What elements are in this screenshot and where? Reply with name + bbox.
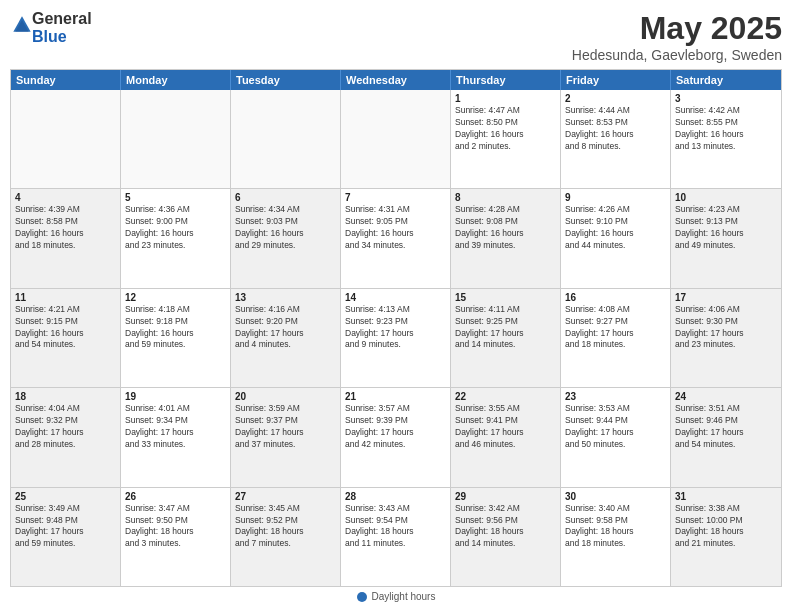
- day-cell: 8Sunrise: 4:28 AM Sunset: 9:08 PM Daylig…: [451, 189, 561, 287]
- day-cell: [121, 90, 231, 188]
- day-cell: 19Sunrise: 4:01 AM Sunset: 9:34 PM Dayli…: [121, 388, 231, 486]
- day-cell: 3Sunrise: 4:42 AM Sunset: 8:55 PM Daylig…: [671, 90, 781, 188]
- day-cell: [231, 90, 341, 188]
- day-info: Sunrise: 3:57 AM Sunset: 9:39 PM Dayligh…: [345, 403, 446, 451]
- day-info: Sunrise: 4:01 AM Sunset: 9:34 PM Dayligh…: [125, 403, 226, 451]
- day-number: 22: [455, 391, 556, 402]
- day-cell: 29Sunrise: 3:42 AM Sunset: 9:56 PM Dayli…: [451, 488, 561, 586]
- day-cell: 6Sunrise: 4:34 AM Sunset: 9:03 PM Daylig…: [231, 189, 341, 287]
- day-number: 19: [125, 391, 226, 402]
- day-info: Sunrise: 3:42 AM Sunset: 9:56 PM Dayligh…: [455, 503, 556, 551]
- day-number: 18: [15, 391, 116, 402]
- day-cell: 11Sunrise: 4:21 AM Sunset: 9:15 PM Dayli…: [11, 289, 121, 387]
- logo-general-text: General: [32, 10, 92, 28]
- day-cell: 4Sunrise: 4:39 AM Sunset: 8:58 PM Daylig…: [11, 189, 121, 287]
- day-number: 29: [455, 491, 556, 502]
- day-number: 8: [455, 192, 556, 203]
- day-info: Sunrise: 4:11 AM Sunset: 9:25 PM Dayligh…: [455, 304, 556, 352]
- day-headers: SundayMondayTuesdayWednesdayThursdayFrid…: [11, 70, 781, 90]
- day-number: 16: [565, 292, 666, 303]
- day-cell: 24Sunrise: 3:51 AM Sunset: 9:46 PM Dayli…: [671, 388, 781, 486]
- day-info: Sunrise: 3:59 AM Sunset: 9:37 PM Dayligh…: [235, 403, 336, 451]
- week-row-1: 1Sunrise: 4:47 AM Sunset: 8:50 PM Daylig…: [11, 90, 781, 189]
- day-number: 12: [125, 292, 226, 303]
- day-cell: [11, 90, 121, 188]
- day-info: Sunrise: 4:47 AM Sunset: 8:50 PM Dayligh…: [455, 105, 556, 153]
- calendar-subtitle: Hedesunda, Gaevleborg, Sweden: [572, 47, 782, 63]
- day-info: Sunrise: 4:21 AM Sunset: 9:15 PM Dayligh…: [15, 304, 116, 352]
- day-info: Sunrise: 3:49 AM Sunset: 9:48 PM Dayligh…: [15, 503, 116, 551]
- title-section: May 2025 Hedesunda, Gaevleborg, Sweden: [572, 10, 782, 63]
- logo-blue-text: Blue: [32, 28, 92, 46]
- calendar: SundayMondayTuesdayWednesdayThursdayFrid…: [10, 69, 782, 587]
- day-number: 13: [235, 292, 336, 303]
- day-cell: 27Sunrise: 3:45 AM Sunset: 9:52 PM Dayli…: [231, 488, 341, 586]
- day-info: Sunrise: 4:44 AM Sunset: 8:53 PM Dayligh…: [565, 105, 666, 153]
- day-info: Sunrise: 3:55 AM Sunset: 9:41 PM Dayligh…: [455, 403, 556, 451]
- week-row-4: 18Sunrise: 4:04 AM Sunset: 9:32 PM Dayli…: [11, 388, 781, 487]
- day-cell: 17Sunrise: 4:06 AM Sunset: 9:30 PM Dayli…: [671, 289, 781, 387]
- logo: General Blue: [10, 10, 92, 45]
- week-row-2: 4Sunrise: 4:39 AM Sunset: 8:58 PM Daylig…: [11, 189, 781, 288]
- day-cell: 9Sunrise: 4:26 AM Sunset: 9:10 PM Daylig…: [561, 189, 671, 287]
- day-cell: 20Sunrise: 3:59 AM Sunset: 9:37 PM Dayli…: [231, 388, 341, 486]
- page: General Blue May 2025 Hedesunda, Gaevleb…: [0, 0, 792, 612]
- day-number: 28: [345, 491, 446, 502]
- calendar-title: May 2025: [572, 10, 782, 47]
- week-row-3: 11Sunrise: 4:21 AM Sunset: 9:15 PM Dayli…: [11, 289, 781, 388]
- day-number: 20: [235, 391, 336, 402]
- day-info: Sunrise: 3:53 AM Sunset: 9:44 PM Dayligh…: [565, 403, 666, 451]
- day-cell: 5Sunrise: 4:36 AM Sunset: 9:00 PM Daylig…: [121, 189, 231, 287]
- day-cell: 15Sunrise: 4:11 AM Sunset: 9:25 PM Dayli…: [451, 289, 561, 387]
- day-header-monday: Monday: [121, 70, 231, 90]
- day-number: 6: [235, 192, 336, 203]
- day-cell: 14Sunrise: 4:13 AM Sunset: 9:23 PM Dayli…: [341, 289, 451, 387]
- day-number: 23: [565, 391, 666, 402]
- day-cell: 12Sunrise: 4:18 AM Sunset: 9:18 PM Dayli…: [121, 289, 231, 387]
- day-info: Sunrise: 4:28 AM Sunset: 9:08 PM Dayligh…: [455, 204, 556, 252]
- day-number: 24: [675, 391, 777, 402]
- day-info: Sunrise: 4:16 AM Sunset: 9:20 PM Dayligh…: [235, 304, 336, 352]
- day-info: Sunrise: 4:06 AM Sunset: 9:30 PM Dayligh…: [675, 304, 777, 352]
- day-cell: 1Sunrise: 4:47 AM Sunset: 8:50 PM Daylig…: [451, 90, 561, 188]
- day-info: Sunrise: 3:45 AM Sunset: 9:52 PM Dayligh…: [235, 503, 336, 551]
- day-cell: 26Sunrise: 3:47 AM Sunset: 9:50 PM Dayli…: [121, 488, 231, 586]
- day-header-saturday: Saturday: [671, 70, 781, 90]
- day-info: Sunrise: 4:04 AM Sunset: 9:32 PM Dayligh…: [15, 403, 116, 451]
- day-cell: 10Sunrise: 4:23 AM Sunset: 9:13 PM Dayli…: [671, 189, 781, 287]
- day-number: 3: [675, 93, 777, 104]
- day-number: 11: [15, 292, 116, 303]
- day-number: 7: [345, 192, 446, 203]
- day-cell: 31Sunrise: 3:38 AM Sunset: 10:00 PM Dayl…: [671, 488, 781, 586]
- day-info: Sunrise: 4:36 AM Sunset: 9:00 PM Dayligh…: [125, 204, 226, 252]
- day-cell: 16Sunrise: 4:08 AM Sunset: 9:27 PM Dayli…: [561, 289, 671, 387]
- day-info: Sunrise: 3:43 AM Sunset: 9:54 PM Dayligh…: [345, 503, 446, 551]
- day-info: Sunrise: 4:08 AM Sunset: 9:27 PM Dayligh…: [565, 304, 666, 352]
- week-row-5: 25Sunrise: 3:49 AM Sunset: 9:48 PM Dayli…: [11, 488, 781, 586]
- day-header-tuesday: Tuesday: [231, 70, 341, 90]
- day-cell: 7Sunrise: 4:31 AM Sunset: 9:05 PM Daylig…: [341, 189, 451, 287]
- day-number: 4: [15, 192, 116, 203]
- day-cell: 28Sunrise: 3:43 AM Sunset: 9:54 PM Dayli…: [341, 488, 451, 586]
- day-cell: [341, 90, 451, 188]
- day-number: 26: [125, 491, 226, 502]
- day-info: Sunrise: 3:51 AM Sunset: 9:46 PM Dayligh…: [675, 403, 777, 451]
- weeks: 1Sunrise: 4:47 AM Sunset: 8:50 PM Daylig…: [11, 90, 781, 586]
- day-cell: 13Sunrise: 4:16 AM Sunset: 9:20 PM Dayli…: [231, 289, 341, 387]
- day-info: Sunrise: 3:40 AM Sunset: 9:58 PM Dayligh…: [565, 503, 666, 551]
- day-info: Sunrise: 4:23 AM Sunset: 9:13 PM Dayligh…: [675, 204, 777, 252]
- day-info: Sunrise: 3:38 AM Sunset: 10:00 PM Daylig…: [675, 503, 777, 551]
- day-number: 14: [345, 292, 446, 303]
- day-number: 21: [345, 391, 446, 402]
- day-header-sunday: Sunday: [11, 70, 121, 90]
- day-info: Sunrise: 4:34 AM Sunset: 9:03 PM Dayligh…: [235, 204, 336, 252]
- day-cell: 18Sunrise: 4:04 AM Sunset: 9:32 PM Dayli…: [11, 388, 121, 486]
- footer-dot: [357, 592, 367, 602]
- day-info: Sunrise: 4:31 AM Sunset: 9:05 PM Dayligh…: [345, 204, 446, 252]
- day-number: 10: [675, 192, 777, 203]
- day-cell: 21Sunrise: 3:57 AM Sunset: 9:39 PM Dayli…: [341, 388, 451, 486]
- day-number: 17: [675, 292, 777, 303]
- day-header-friday: Friday: [561, 70, 671, 90]
- day-number: 9: [565, 192, 666, 203]
- day-info: Sunrise: 4:42 AM Sunset: 8:55 PM Dayligh…: [675, 105, 777, 153]
